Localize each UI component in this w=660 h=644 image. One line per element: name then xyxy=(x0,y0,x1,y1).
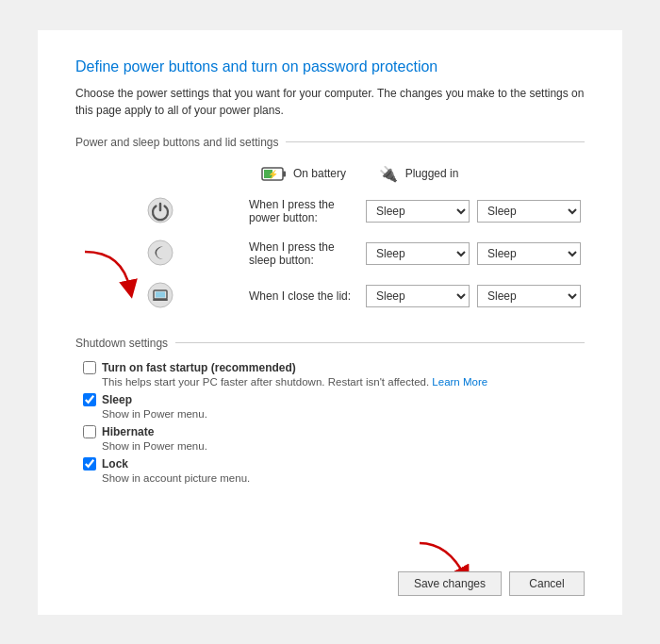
lid-battery-select-cell: Sleep Do nothing Hibernate Shut down xyxy=(362,275,473,318)
power-settings-table: ⚡ On battery 🔌 Plugged in xyxy=(75,160,585,318)
lid-plugged-select-cell: Sleep Do nothing Hibernate Shut down xyxy=(473,275,585,318)
table-col-action xyxy=(75,160,245,190)
lock-checkbox[interactable] xyxy=(83,457,96,471)
svg-rect-1 xyxy=(283,171,286,176)
lock-label: Lock xyxy=(102,457,128,471)
plugged-col-label: Plugged in xyxy=(405,167,459,180)
svg-point-6 xyxy=(148,240,173,265)
hibernate-sublabel: Show in Power menu. xyxy=(102,440,585,452)
sleep-checkbox[interactable] xyxy=(83,393,96,406)
shutdown-section-divider xyxy=(175,342,585,343)
section-divider xyxy=(286,141,585,142)
shutdown-settings-list: Turn on fast startup (recommended) This … xyxy=(75,361,585,484)
power-button-battery-select-cell: Sleep Do nothing Hibernate Shut down Tur… xyxy=(362,190,473,233)
power-button-plugged-select[interactable]: Sleep Do nothing Hibernate Shut down Tur… xyxy=(477,200,581,223)
svg-text:🔌: 🔌 xyxy=(379,165,398,183)
page-title: Define power buttons and turn on passwor… xyxy=(75,58,585,75)
battery-col-label: On battery xyxy=(293,167,346,180)
lock-sublabel: Show in account picture menu. xyxy=(102,472,585,484)
power-button-label: When I press the power button: xyxy=(245,190,362,233)
fast-startup-label: Turn on fast startup (recommended) xyxy=(102,361,296,374)
hibernate-checkbox[interactable] xyxy=(83,425,96,438)
plug-icon: 🔌 xyxy=(377,164,400,183)
svg-rect-9 xyxy=(153,299,168,301)
table-col-battery: ⚡ On battery xyxy=(245,160,362,190)
lock-item: Lock Show in account picture menu. xyxy=(83,457,585,484)
lid-icon-cell xyxy=(75,275,245,318)
table-row: When I press the sleep button: Sleep Do … xyxy=(75,233,585,275)
fast-startup-sublabel: This helps start your PC faster after sh… xyxy=(102,376,585,388)
hibernate-item: Hibernate Show in Power menu. xyxy=(83,425,585,452)
svg-rect-10 xyxy=(156,291,165,297)
sleep-sublabel: Show in Power menu. xyxy=(102,408,585,420)
fast-startup-checkbox[interactable] xyxy=(83,361,96,374)
lid-battery-select[interactable]: Sleep Do nothing Hibernate Shut down xyxy=(366,285,470,307)
svg-text:⚡: ⚡ xyxy=(268,169,279,180)
table-row: When I press the power button: Sleep Do … xyxy=(75,190,585,233)
hibernate-label: Hibernate xyxy=(102,425,154,438)
learn-more-link[interactable]: Learn More xyxy=(432,376,487,388)
power-button-battery-select[interactable]: Sleep Do nothing Hibernate Shut down Tur… xyxy=(366,200,470,223)
sleep-item: Sleep Show in Power menu. xyxy=(83,393,585,420)
power-button-icon xyxy=(146,196,174,224)
sleep-button-battery-select[interactable]: Sleep Do nothing Hibernate Shut down xyxy=(366,242,470,265)
sleep-button-label: When I press the sleep button: xyxy=(245,233,362,275)
sleep-button-icon-cell xyxy=(75,233,245,275)
power-button-plugged-select-cell: Sleep Do nothing Hibernate Shut down Tur… xyxy=(473,190,585,233)
page-description: Choose the power settings that you want … xyxy=(75,85,585,119)
power-button-icon-cell xyxy=(75,190,245,233)
lid-label: When I close the lid: xyxy=(245,275,362,318)
bottom-bar: Save changes Cancel xyxy=(398,571,585,596)
cancel-button[interactable]: Cancel xyxy=(509,571,585,596)
battery-icon: ⚡ xyxy=(261,164,288,183)
sleep-button-battery-select-cell: Sleep Do nothing Hibernate Shut down xyxy=(362,233,473,275)
fast-startup-item: Turn on fast startup (recommended) This … xyxy=(83,361,585,388)
shutdown-section-label: Shutdown settings xyxy=(75,337,168,350)
sleep-button-icon xyxy=(146,239,174,267)
table-col-plugged: 🔌 Plugged in xyxy=(362,160,473,190)
power-sleep-section-label: Power and sleep buttons and lid settings xyxy=(75,136,278,149)
sleep-button-plugged-select-cell: Sleep Do nothing Hibernate Shut down xyxy=(473,233,585,275)
save-button[interactable]: Save changes xyxy=(398,571,502,596)
table-row: When I close the lid: Sleep Do nothing H… xyxy=(75,275,585,318)
sleep-button-plugged-select[interactable]: Sleep Do nothing Hibernate Shut down xyxy=(477,242,581,265)
lid-icon xyxy=(146,281,174,309)
lid-plugged-select[interactable]: Sleep Do nothing Hibernate Shut down xyxy=(477,285,581,307)
sleep-label: Sleep xyxy=(102,393,132,406)
